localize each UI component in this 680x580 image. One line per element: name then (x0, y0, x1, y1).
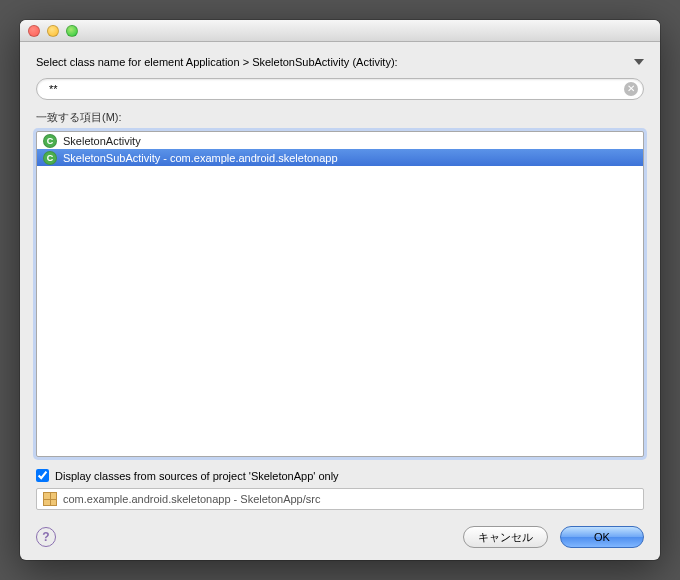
status-text: com.example.android.skeletonapp - Skelet… (63, 493, 320, 505)
filter-checkbox[interactable] (36, 469, 49, 482)
button-row: キャンセル OK (463, 526, 644, 548)
footer: ? キャンセル OK (36, 526, 644, 548)
search-field-wrap: ✕ (36, 78, 644, 100)
package-icon (43, 492, 57, 506)
search-input[interactable] (36, 78, 644, 100)
minimize-icon[interactable] (47, 25, 59, 37)
close-icon[interactable] (28, 25, 40, 37)
prompt-label: Select class name for element Applicatio… (36, 56, 398, 68)
class-icon: C (43, 151, 57, 165)
list-item[interactable]: C SkeletonActivity (37, 132, 643, 149)
chevron-down-icon[interactable] (634, 59, 644, 65)
list-item-label: SkeletonSubActivity - com.example.androi… (63, 152, 338, 164)
ok-button[interactable]: OK (560, 526, 644, 548)
dialog-window: Select class name for element Applicatio… (20, 20, 660, 560)
cancel-button[interactable]: キャンセル (463, 526, 548, 548)
zoom-icon[interactable] (66, 25, 78, 37)
clear-icon[interactable]: ✕ (624, 82, 638, 96)
matching-items-label: 一致する項目(M): (36, 110, 644, 125)
help-icon[interactable]: ? (36, 527, 56, 547)
list-item-label: SkeletonActivity (63, 135, 141, 147)
dialog-content: Select class name for element Applicatio… (20, 42, 660, 560)
filter-checkbox-label: Display classes from sources of project … (55, 470, 339, 482)
header-row: Select class name for element Applicatio… (36, 56, 644, 68)
titlebar (20, 20, 660, 42)
results-list[interactable]: C SkeletonActivity C SkeletonSubActivity… (36, 131, 644, 457)
class-icon: C (43, 134, 57, 148)
list-item[interactable]: C SkeletonSubActivity - com.example.andr… (37, 149, 643, 166)
filter-checkbox-row[interactable]: Display classes from sources of project … (36, 469, 644, 482)
status-box: com.example.android.skeletonapp - Skelet… (36, 488, 644, 510)
